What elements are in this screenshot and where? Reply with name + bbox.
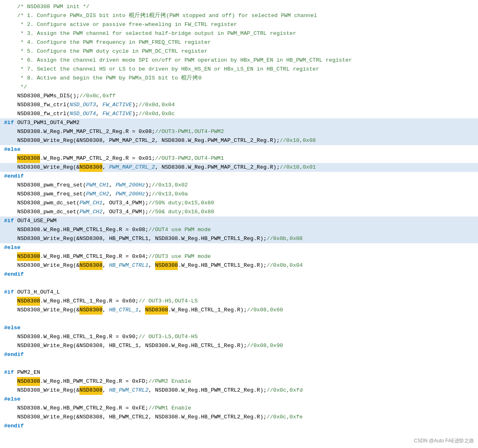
code-line: NSD8308.W_Reg.HB_PWM_CTRL2_Reg.R = 0xFD;… [0,377,478,386]
code-line: #if PWM2_EN [0,368,478,377]
code-line: */ [0,83,478,92]
code-line: NSD8308.W_Reg.PWM_MAP_CTRL_2_Reg.R = 0x0… [0,154,478,163]
code-line [0,315,478,324]
code-line: NSD8308.W_Reg.HB_CTRL_1_Reg.R = 0x60;// … [0,297,478,306]
code-line: * 4. Configure the PWM frequency in PWM_… [0,38,478,47]
code-line: * 7. Select the channel HS or LS to be d… [0,65,478,74]
code-line: NSD8308_pwm_freq_set(PWM_CH1, PWM_200Hz)… [0,181,478,190]
code-line: #endif [0,422,478,431]
code-line: #endif [0,270,478,279]
code-line: NSD8308_Write_Reg(&NSD8308, HB_PWM_CTRL2… [0,386,478,395]
code-line: /* NSD8308 PWM init */ [0,2,478,11]
code-line: NSD8308_Write_Reg(&NSD8308, PWM_MAP_CTRL… [0,136,478,145]
code-line: NSD8308_Write_Reg(&NSD8308, HB_PWM_CTRL1… [0,261,478,270]
code-line: * 8. Active and begin the PWM by PWMx_DI… [0,74,478,83]
code-line: NSD8308.W_Reg.PWM_MAP_CTRL_2_Reg.R = 0x0… [0,127,478,136]
code-line: * 2. Configure active or passive free-wh… [0,20,478,29]
code-line: NSD8308_Write_Reg(&NSD8308, HB_PWM_CTRL1… [0,234,478,243]
code-line: * 6. Assign the channel driven mode SPI … [0,56,478,65]
code-line: /* 1. Configure PWMx_DIS bit into 棍斤拷1棍斤… [0,11,478,20]
code-line: #else [0,324,478,332]
code-line: NSD8308.W_Reg.HB_CTRL_1_Reg.R = 0x90;// … [0,332,478,341]
code-line: NSD8308_pwm_dc_set(PWM_CH2, OUT3_4_PWM);… [0,208,478,216]
code-line: #else [0,395,478,404]
code-line: #else [0,243,478,252]
code-line: NSD8308_Write_Reg(&NSD8308, HB_PWM_CTRL2… [0,413,478,422]
code-line: NSD8308.W_Reg.HB_PWM_CTRL1_Reg.R = 0x04;… [0,252,478,261]
code-line: NSD8308_Write_Reg(&NSD8308, HB_CTRL_1, N… [0,306,478,315]
code-line: #endif [0,350,478,359]
code-container: /* NSD8308 PWM init */ /* 1. Configure P… [0,0,478,448]
code-line: NSD8308_fw_ctrl(NSD_OUT3, FW_ACTIVE);//0… [0,101,478,109]
code-line: NSD8308_pwm_freq_set(PWM_CH2, PWM_200Hz)… [0,190,478,199]
code-line: NSD8308.W_Reg.HB_PWM_CTRL2_Reg.R = 0xFE;… [0,404,478,413]
code-line [0,359,478,368]
watermark: CSDN @Auto FAE进阶之路 [414,437,474,445]
code-line: * 3. Assign the PWM channel for selected… [0,29,478,38]
code-line: #if OUT3_H_OUT4_L [0,288,478,297]
code-line: #if OUT3_PWM1_OUT4_PWM2 [0,118,478,127]
code-line: NSD8308_fw_ctrl(NSD_OUT4, FW_ACTIVE);//0… [0,109,478,118]
code-line: * 5. Configure the PWM duty cycle in PWM… [0,47,478,56]
code-line [0,279,478,288]
code-line: NSD8308_Write_Reg(&NSD8308, HB_CTRL_1, N… [0,341,478,350]
code-line: #if OUT4_USE_PWM [0,216,478,225]
code-line: #else [0,145,478,154]
code-line: NSD8308_pwm_dc_set(PWM_CH1, OUT3_4_PWM);… [0,199,478,208]
code-line: #endif [0,172,478,181]
code-line: NSD8308_PWMs_DIS();//0x0c,0xff [0,92,478,101]
code-line: NSD8308_Write_Reg(&NSD8308, PWM_MAP_CTRL… [0,163,478,172]
code-line: NSD8308.W_Reg.HB_PWM_CTRL1_Reg.R = 0x08;… [0,225,478,234]
